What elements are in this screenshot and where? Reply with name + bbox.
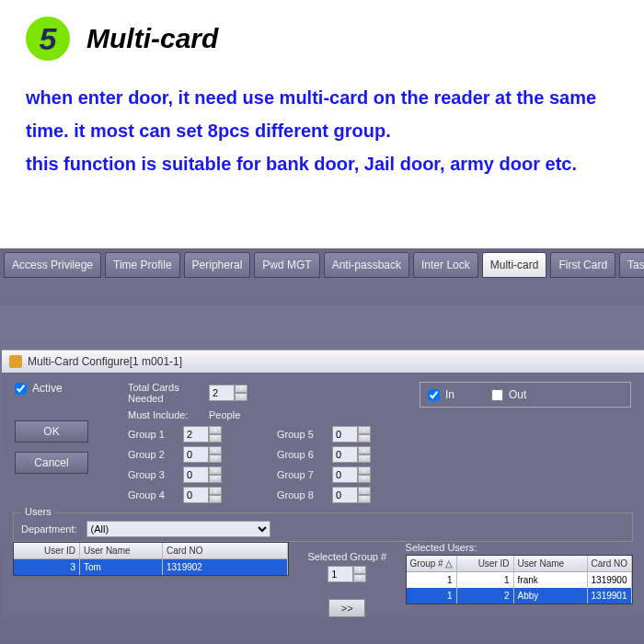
col-group[interactable]: Group # △: [407, 556, 457, 571]
total-cards-spinner[interactable]: ▲▼: [209, 385, 247, 401]
must-include-label: Must Include:: [128, 409, 201, 420]
spin-down-icon[interactable]: ▼: [209, 434, 222, 443]
active-checkbox[interactable]: Active: [15, 382, 111, 395]
total-cards-input[interactable]: [209, 385, 235, 401]
col-user-name[interactable]: User Name: [514, 556, 588, 571]
users-fieldset: Users Department: (All): [13, 512, 633, 542]
dialog-titlebar: Multi-Card Configure[1 m001-1]: [2, 351, 644, 373]
users-table[interactable]: User ID User Name Card NO 3Tom1319902: [13, 542, 289, 576]
table-row[interactable]: 3Tom1319902: [14, 559, 288, 575]
tab-anti-passback[interactable]: Anti-passback: [324, 252, 409, 278]
dialog-title-text: Multi-Card Configure[1 m001-1]: [28, 355, 182, 368]
out-checkbox-input[interactable]: [491, 389, 503, 401]
tab-first-card[interactable]: First Card: [550, 252, 615, 278]
col-user-id[interactable]: User ID: [14, 543, 80, 558]
col-user-name[interactable]: User Name: [80, 543, 163, 558]
spin-up-icon[interactable]: ▲: [358, 466, 371, 475]
spin-down-icon[interactable]: ▼: [209, 454, 222, 463]
spin-down-icon[interactable]: ▼: [209, 495, 222, 503]
tab-bar: Access PrivilegeTime ProfilePeripheralPw…: [0, 248, 644, 278]
in-checkbox-input[interactable]: [428, 389, 440, 401]
tab-task-list[interactable]: Task List: [619, 252, 644, 278]
tab-peripheral[interactable]: Peripheral: [184, 252, 251, 278]
spin-up-icon[interactable]: ▲: [358, 487, 371, 495]
department-label: Department:: [21, 523, 77, 535]
step-number-badge: 5: [26, 17, 70, 61]
selected-group-input[interactable]: [328, 566, 353, 582]
spin-up-icon[interactable]: ▲: [209, 446, 222, 454]
tab-time-profile[interactable]: Time Profile: [105, 252, 180, 278]
ok-button[interactable]: OK: [15, 420, 88, 443]
cancel-button[interactable]: Cancel: [15, 452, 88, 474]
tab-inter-lock[interactable]: Inter Lock: [413, 252, 478, 278]
selected-users-table[interactable]: Group # △ User ID User Name Card NO 11fr…: [406, 555, 633, 604]
tab-access-privilege[interactable]: Access Privilege: [4, 252, 101, 278]
spin-up-icon[interactable]: ▲: [353, 566, 366, 574]
out-checkbox[interactable]: Out: [491, 388, 526, 401]
spin-down-icon[interactable]: ▼: [358, 434, 371, 443]
description-text: when enter door, it need use multi-card …: [0, 70, 644, 202]
in-checkbox[interactable]: In: [428, 388, 454, 401]
page-title: Multi-card: [86, 23, 218, 54]
spin-down-icon[interactable]: ▼: [235, 393, 247, 401]
app-window: Access PrivilegeTime ProfilePeripheralPw…: [0, 248, 644, 644]
col-card-no[interactable]: Card NO: [588, 556, 632, 571]
spin-up-icon[interactable]: ▲: [209, 466, 222, 475]
col-user-id[interactable]: User ID: [457, 556, 514, 571]
spin-up-icon[interactable]: ▲: [358, 426, 371, 434]
spin-down-icon[interactable]: ▼: [209, 475, 222, 483]
selected-group-label: Selected Group #: [307, 551, 386, 562]
multi-card-dialog: Multi-Card Configure[1 m001-1] Active OK…: [2, 350, 644, 617]
spin-up-icon[interactable]: ▲: [358, 446, 371, 454]
must-include-right: People: [209, 409, 240, 420]
dialog-icon: [9, 355, 22, 368]
spin-up-icon[interactable]: ▲: [209, 487, 222, 495]
tab-multi-card[interactable]: Multi-card: [482, 252, 547, 278]
selected-group-spinner[interactable]: ▲▼: [328, 566, 366, 582]
total-cards-label: Total Cards Needed: [128, 382, 201, 404]
move-right-button[interactable]: >>: [328, 599, 365, 617]
spin-down-icon[interactable]: ▼: [353, 574, 366, 582]
spin-up-icon[interactable]: ▲: [209, 426, 222, 434]
department-select[interactable]: (All): [86, 521, 270, 537]
users-legend: Users: [21, 506, 55, 517]
table-row[interactable]: 12Abby1319901: [407, 588, 632, 604]
col-card-no[interactable]: Card NO: [163, 543, 288, 558]
tab-pwd-mgt[interactable]: Pwd MGT: [254, 252, 319, 278]
spin-down-icon[interactable]: ▼: [358, 475, 371, 483]
spin-down-icon[interactable]: ▼: [358, 495, 371, 503]
active-checkbox-input[interactable]: [15, 383, 27, 395]
spin-up-icon[interactable]: ▲: [235, 385, 247, 393]
spin-down-icon[interactable]: ▼: [358, 454, 371, 463]
table-row[interactable]: 11frank1319900: [407, 572, 632, 588]
selected-users-legend: Selected Users:: [406, 542, 633, 553]
